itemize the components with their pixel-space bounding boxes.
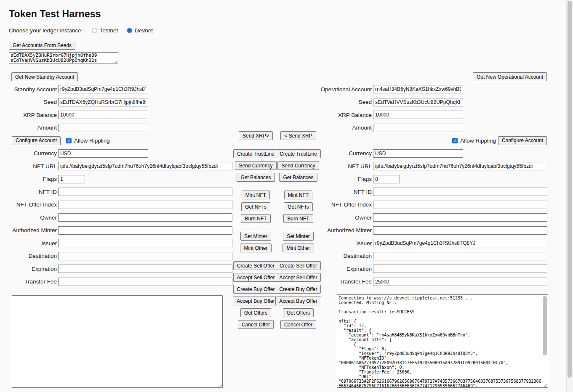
operational-xrp-balance-row: XRP Balance [320, 111, 548, 119]
standby-nft-offer-index-label: NFT Offer Index [0, 201, 57, 208]
operational-destination-input[interactable] [373, 252, 547, 260]
standby-owner-input[interactable] [58, 213, 232, 222]
operational-allow-rippling-label[interactable]: Allow Rippling [460, 138, 496, 144]
burn-nft-standby-button[interactable]: Burn NFT [241, 214, 270, 223]
operational-nft-url-label: NFT URL [320, 163, 372, 170]
standby-amount-label: Amount [0, 124, 57, 131]
standby-amount-input[interactable] [58, 124, 148, 132]
get-balances-standby-button[interactable]: Get Balances [237, 173, 275, 182]
testnet-radio-label[interactable]: Testnet [100, 27, 118, 34]
seeds-textarea[interactable]: sEdTDAX5yZQHuRSrbrG7Hjpjn8fhe89 sEdTVaHV… [9, 52, 118, 64]
operational-owner-input[interactable] [373, 213, 547, 222]
get-nfts-operational-button[interactable]: Get NFTs [284, 202, 313, 211]
operational-amount-input[interactable] [373, 124, 463, 132]
create-trustline-standby-button[interactable]: Create TrustLine [233, 149, 278, 158]
get-nfts-standby-button[interactable]: Get NFTs [241, 202, 270, 211]
standby-destination-row: Destination [0, 252, 234, 260]
standby-flags-input[interactable] [58, 175, 85, 183]
get-offers-standby-button[interactable]: Get Offers [240, 308, 271, 317]
standby-configure-account-button[interactable]: Configure Account [12, 136, 61, 145]
standby-destination-input[interactable] [58, 252, 232, 260]
get-new-standby-account-button[interactable]: Get New Standby Account [11, 72, 78, 81]
set-minter-operational-button[interactable]: Set Minter [283, 232, 314, 241]
burn-nft-operational-button[interactable]: Burn NFT [283, 214, 313, 223]
mint-nft-operational-button[interactable]: Mint NFT [284, 191, 312, 199]
mint-other-operational-button[interactable]: Mint Other [283, 244, 314, 252]
operational-nft-url-input[interactable] [373, 162, 547, 170]
operational-issuer-row: Issuer [320, 239, 548, 247]
cancel-offer-standby-button[interactable]: Cancel Offer [238, 320, 274, 329]
get-balances-operational-button[interactable]: Get Balances [279, 173, 317, 182]
operational-authorized-minter-input[interactable] [373, 226, 547, 235]
get-offers-operational-button[interactable]: Get Offers [283, 308, 314, 317]
standby-destination-label: Destination [0, 253, 57, 259]
devnet-radio-label[interactable]: Devnet [135, 27, 153, 34]
send-xrp-standby-button[interactable]: Send XRP> [239, 131, 273, 140]
standby-currency-input[interactable] [58, 149, 148, 158]
standby-xrp-balance-input[interactable] [58, 111, 148, 119]
standby-authorized-minter-input[interactable] [58, 226, 232, 235]
standby-issuer-input[interactable] [58, 239, 232, 247]
create-trustline-operational-button[interactable]: Create TrustLine [276, 149, 321, 158]
operational-transfer-fee-input[interactable] [373, 278, 547, 286]
operational-nft-id-input[interactable] [373, 188, 547, 196]
create-sell-offer-standby-button[interactable]: Create Sell Offer [233, 261, 278, 270]
operational-configure-account-button[interactable]: Configure Account [498, 136, 547, 145]
operational-amount-row: Amount [320, 124, 548, 132]
standby-allow-rippling-checkbox checked-icon[interactable] [66, 138, 72, 143]
standby-flags-label: Flags [0, 176, 57, 182]
operational-results-textarea[interactable]: Connecting to wss://s.devnet.rippletest.… [337, 294, 548, 388]
send-currency-operational-button[interactable]: Send Currency [277, 161, 319, 170]
send-xrp-operational-button[interactable]: < Send XRP [280, 131, 316, 140]
accept-sell-offer-standby-button[interactable]: Accept Sell Offer [233, 273, 279, 282]
mint-other-standby-button[interactable]: Mint Other [240, 244, 271, 252]
accept-buy-offer-standby-button[interactable]: Accept Buy Offer [233, 297, 279, 305]
standby-results-textarea[interactable] [12, 295, 223, 388]
operational-issuer-input[interactable] [373, 239, 547, 247]
operational-owner-row: Owner [320, 213, 548, 222]
operational-nft-offer-index-row: NFT Offer Index [320, 201, 548, 209]
standby-amount-row: Amount [0, 124, 234, 132]
standby-nft-id-input[interactable] [58, 188, 232, 196]
set-minter-standby-button[interactable]: Set Minter [240, 232, 271, 241]
standby-account-input[interactable] [58, 85, 148, 93]
standby-expiration-input[interactable] [58, 265, 232, 273]
get-accounts-from-seeds-button[interactable]: Get Accounts From Seeds [9, 41, 75, 50]
accept-sell-offer-operational-button[interactable]: Accept Sell Offer [276, 273, 321, 282]
operational-nft-offer-index-input[interactable] [373, 201, 547, 209]
radio-group-devnet[interactable]: Devnet [127, 27, 153, 34]
page-scrollbar-thumb[interactable] [568, 1, 572, 378]
send-currency-standby-button[interactable]: Send Currency [235, 161, 276, 170]
standby-allow-rippling-label[interactable]: Allow Rippling [74, 138, 110, 144]
operational-currency-input[interactable] [373, 149, 463, 158]
create-buy-offer-operational-button[interactable]: Create Buy Offer [276, 285, 321, 294]
operational-xrp-balance-input[interactable] [373, 111, 463, 119]
standby-transfer-fee-label: Transfer Fee [0, 278, 57, 285]
standby-nft-url-input[interactable] [58, 162, 232, 170]
create-sell-offer-operational-button[interactable]: Create Sell Offer [276, 261, 321, 270]
standby-seed-row: Seed [0, 98, 234, 106]
textarea-scrollbar-thumb[interactable] [543, 296, 547, 355]
mint-nft-standby-button[interactable]: Mint NFT [242, 191, 270, 199]
page-scrollbar-track[interactable] [566, 0, 573, 392]
cancel-offer-operational-button[interactable]: Cancel Offer [280, 320, 316, 329]
operational-destination-label: Destination [320, 253, 372, 259]
radio-unchecked-icon[interactable] [92, 28, 97, 33]
standby-transfer-fee-input[interactable] [58, 278, 232, 286]
create-buy-offer-standby-button[interactable]: Create Buy Offer [233, 285, 279, 294]
get-new-operational-account-button[interactable]: Get New Operational Account [473, 72, 547, 81]
operational-account-input[interactable] [373, 85, 463, 93]
operational-allow-rippling-checkbox checked-icon[interactable] [452, 138, 458, 143]
operational-flags-input[interactable] [373, 175, 400, 183]
operational-expiration-input[interactable] [373, 265, 547, 273]
accept-buy-offer-operational-button[interactable]: Accept Buy Offer [275, 297, 321, 305]
radio-checked-icon[interactable] [127, 28, 132, 33]
standby-owner-label: Owner [0, 215, 57, 221]
operational-account-row: Operational Account [320, 85, 548, 93]
standby-authorized-minter-row: Authorized Minter [0, 226, 234, 235]
operational-seed-input[interactable] [373, 98, 463, 106]
operational-nft-url-row: NFT URL [320, 162, 548, 170]
standby-seed-input[interactable] [58, 98, 148, 106]
standby-nft-offer-index-input[interactable] [58, 201, 232, 209]
radio-group-testnet[interactable]: Testnet [92, 27, 118, 34]
